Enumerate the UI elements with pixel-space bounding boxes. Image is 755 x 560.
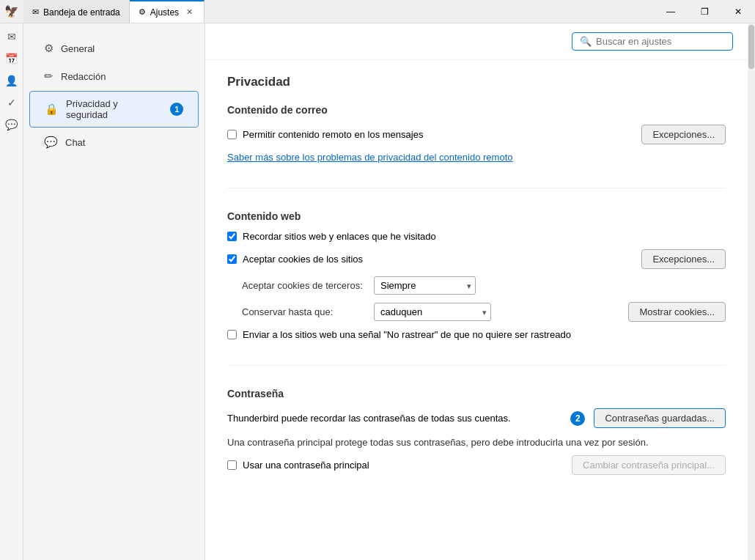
saved-passwords-row: Thunderbird puede recordar las contraseñ… bbox=[227, 408, 726, 428]
privacy-link[interactable]: Saber más sobre los problemas de privaci… bbox=[227, 152, 513, 163]
remember-sites-label: Recordar sitios web y enlaces que he vis… bbox=[243, 231, 436, 242]
maximize-button[interactable]: ❐ bbox=[688, 0, 721, 23]
allow-remote-row: Permitir contenido remoto en los mensaje… bbox=[227, 125, 726, 144]
no-track-row: Enviar a los sitios web una señal "No ra… bbox=[227, 329, 726, 340]
allow-remote-checkbox-wrapper[interactable]: Permitir contenido remoto en los mensaje… bbox=[227, 129, 423, 140]
content-area: Privacidad Contenido de correo Permitir … bbox=[205, 60, 748, 560]
remember-sites-row: Recordar sitios web y enlaces que he vis… bbox=[227, 231, 726, 242]
web-content-title: Contenido web bbox=[227, 210, 726, 222]
privacidad-badge: 1 bbox=[170, 103, 183, 116]
window-controls: — ❐ ✕ bbox=[654, 0, 755, 23]
tasks-icon-btn[interactable]: ✓ bbox=[1, 92, 22, 113]
mail-icon-btn[interactable]: ✉ bbox=[1, 26, 22, 47]
accept-cookies-label: Aceptar cookies de los sitios bbox=[243, 254, 363, 265]
email-exceptions-button[interactable]: Excepciones... bbox=[641, 125, 726, 144]
sidebar-item-general[interactable]: ⚙ General bbox=[29, 35, 199, 62]
close-button[interactable]: ✕ bbox=[721, 0, 755, 23]
web-exceptions-button[interactable]: Excepciones... bbox=[641, 249, 726, 269]
third-party-select[interactable]: Siempre Nunca De sitios visitados bbox=[374, 276, 476, 295]
sidebar-item-privacidad-label: Privacidad y seguridad bbox=[66, 98, 160, 120]
calendar-icon-btn[interactable]: 📅 bbox=[1, 48, 22, 69]
accept-cookies-wrapper[interactable]: Aceptar cookies de los sitios bbox=[227, 254, 363, 265]
allow-remote-checkbox[interactable] bbox=[227, 130, 237, 139]
sidebar-item-chat[interactable]: 💬 Chat bbox=[29, 129, 199, 155]
tab-inbox-label: Bandeja de entrada bbox=[43, 7, 120, 18]
accept-cookies-checkbox[interactable] bbox=[227, 254, 237, 264]
saved-passwords-button[interactable]: Contraseñas guardadas... bbox=[594, 408, 726, 428]
no-track-checkbox[interactable] bbox=[227, 330, 237, 339]
scrollbar-thumb[interactable] bbox=[748, 25, 754, 69]
use-master-checkbox[interactable] bbox=[227, 460, 237, 470]
sidebar-item-chat-label: Chat bbox=[65, 137, 85, 148]
third-party-label: Aceptar cookies de terceros: bbox=[242, 280, 367, 291]
page-title: Privacidad bbox=[227, 75, 726, 89]
accept-cookies-row: Aceptar cookies de los sitios Excepcione… bbox=[227, 249, 726, 269]
sidebar-item-general-label: General bbox=[61, 43, 95, 54]
tab-settings[interactable]: ⚙ Ajustes ✕ bbox=[130, 0, 205, 23]
allow-remote-label: Permitir contenido remoto en los mensaje… bbox=[243, 129, 423, 140]
sidebar-item-privacidad[interactable]: 🔒 Privacidad y seguridad 1 bbox=[29, 91, 199, 128]
tab-settings-label: Ajustes bbox=[150, 7, 179, 18]
sidebar-item-redaccion-label: Redacción bbox=[61, 71, 106, 82]
master-pwd-info: Una contraseña principal protege todas s… bbox=[227, 437, 726, 448]
chat-icon: 💬 bbox=[44, 136, 58, 149]
email-content-title: Contenido de correo bbox=[227, 104, 726, 116]
password-section: Contraseña Thunderbird puede recordar la… bbox=[227, 388, 726, 500]
remember-pwd-text: Thunderbird puede recordar las contraseñ… bbox=[227, 413, 561, 424]
pencil-icon: ✏ bbox=[44, 70, 54, 83]
search-input[interactable] bbox=[596, 36, 725, 47]
scrollbar[interactable] bbox=[748, 23, 755, 560]
use-master-label: Usar una contraseña principal bbox=[243, 460, 369, 471]
keep-until-select[interactable]: caduquen Se cierre Thunderbird Pregunte … bbox=[374, 303, 491, 321]
titlebar: 🦅 ✉ Bandeja de entrada ⚙ Ajustes ✕ — ❐ ✕ bbox=[0, 0, 755, 23]
contacts-icon-btn[interactable]: 👤 bbox=[1, 70, 22, 91]
sidebar-item-redaccion[interactable]: ✏ Redacción bbox=[29, 63, 199, 89]
no-track-label: Enviar a los sitios web una señal "No ra… bbox=[243, 329, 571, 340]
sidebar: ⚙ General ✏ Redacción 🔒 Privacidad y seg… bbox=[23, 23, 205, 560]
email-content-section: Contenido de correo Permitir contenido r… bbox=[227, 104, 726, 188]
search-icon: 🔍 bbox=[580, 36, 592, 47]
third-party-select-wrapper[interactable]: Siempre Nunca De sitios visitados bbox=[374, 276, 476, 295]
chat-icon-btn[interactable]: 💬 bbox=[1, 114, 22, 135]
icon-bar: ✉ 📅 👤 ✓ 💬 bbox=[0, 23, 23, 560]
keep-until-row: Conservar hasta que: caduquen Se cierre … bbox=[242, 302, 726, 322]
main-header: 🔍 bbox=[205, 23, 748, 60]
keep-until-select-wrapper[interactable]: caduquen Se cierre Thunderbird Pregunte … bbox=[374, 303, 491, 321]
password-badge: 2 bbox=[570, 411, 585, 426]
gear-icon: ⚙ bbox=[44, 42, 54, 55]
use-master-wrapper[interactable]: Usar una contraseña principal bbox=[227, 460, 369, 471]
remember-sites-checkbox[interactable] bbox=[227, 232, 237, 241]
search-box[interactable]: 🔍 bbox=[572, 32, 733, 51]
change-master-button[interactable]: Cambiar contraseña principal... bbox=[572, 455, 726, 475]
use-master-row: Usar una contraseña principal Cambiar co… bbox=[227, 455, 726, 475]
minimize-button[interactable]: — bbox=[654, 0, 688, 23]
tab-close-button[interactable]: ✕ bbox=[183, 7, 195, 18]
lock-icon: 🔒 bbox=[45, 103, 59, 116]
titlebar-left: 🦅 ✉ Bandeja de entrada ⚙ Ajustes ✕ bbox=[0, 0, 205, 23]
password-title: Contraseña bbox=[227, 388, 726, 399]
show-cookies-button[interactable]: Mostrar cookies... bbox=[628, 302, 726, 322]
web-content-section: Contenido web Recordar sitios web y enla… bbox=[227, 210, 726, 366]
third-party-row: Aceptar cookies de terceros: Siempre Nun… bbox=[242, 276, 726, 295]
main-content: 🔍 Privacidad Contenido de correo Permiti… bbox=[205, 23, 748, 560]
app-icon: 🦅 bbox=[0, 0, 23, 23]
keep-until-label: Conservar hasta que: bbox=[242, 306, 367, 317]
tab-inbox[interactable]: ✉ Bandeja de entrada bbox=[23, 0, 130, 23]
